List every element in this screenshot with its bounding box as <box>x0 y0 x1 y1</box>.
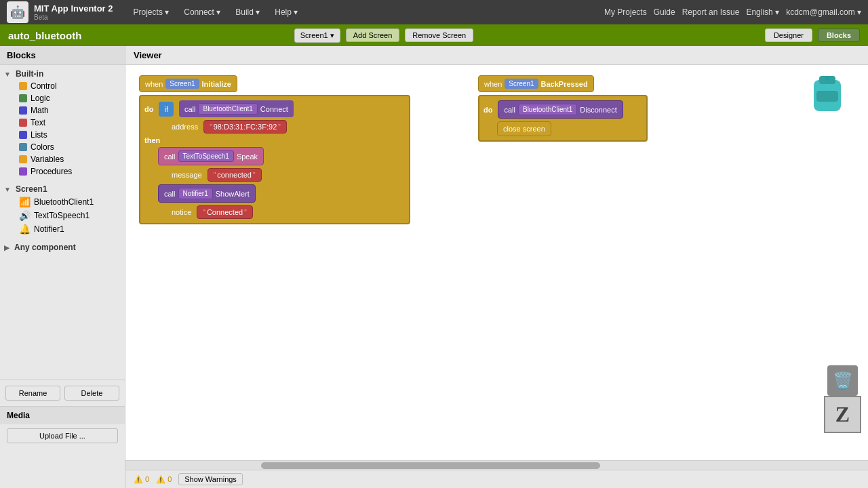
any-component-header[interactable]: ▶ Any component <box>0 241 125 253</box>
call2-block[interactable]: call TextToSpeech1 Speak <box>158 147 264 165</box>
my-projects-link[interactable]: My Projects <box>604 7 647 17</box>
any-component-section: ▶ Any component <box>0 239 125 256</box>
warning-indicator: ⚠️ 0 <box>134 475 149 484</box>
z-badge: Z <box>824 396 861 433</box>
bluetooth-icon: 📶 <box>19 197 31 207</box>
address-row: address " 98:D3:31:FC:3F:92 " <box>172 120 405 134</box>
message-string-block[interactable]: " connected " <box>208 168 262 182</box>
tts-icon: 🔊 <box>19 210 31 221</box>
screen-selector[interactable]: Screen1 ▾ <box>294 28 340 43</box>
event2-group: when Screen1 BackPressed do call Bluet <box>478 75 648 142</box>
address-string-block[interactable]: " 98:D3:31:FC:3F:92 " <box>203 120 287 134</box>
text-icon <box>19 119 27 127</box>
built-in-header[interactable]: ▼ Built-in <box>0 68 125 80</box>
blocks-button[interactable]: Blocks <box>818 28 860 42</box>
control-icon <box>19 82 27 90</box>
event2-call1-block[interactable]: call BluetoothClient1 Disconnect <box>498 100 623 119</box>
event2-when-block[interactable]: when Screen1 BackPressed <box>478 75 594 92</box>
event2-screen-pill[interactable]: Screen1 <box>505 79 538 89</box>
event1-do-row: do if call BluetoothClient1 Connect <box>144 100 405 117</box>
logo-area: 🤖 MIT App Inventor 2 Beta <box>7 1 113 23</box>
sidebar-item-math[interactable]: Math <box>0 104 125 117</box>
backpack-icon[interactable] <box>807 72 848 113</box>
help-menu[interactable]: Help ▾ <box>269 5 303 20</box>
close-screen-block[interactable]: close screen <box>497 121 551 136</box>
sidebar-item-lists[interactable]: Lists <box>0 129 125 141</box>
sidebar-item-text[interactable]: Text <box>0 117 125 129</box>
sidebar-item-logic[interactable]: Logic <box>0 92 125 104</box>
built-in-expand[interactable]: ▼ <box>4 70 11 78</box>
sidebar-item-bluetoothclient1[interactable]: 📶 BluetoothClient1 <box>0 195 125 209</box>
screen1-header[interactable]: ▼ Screen1 <box>0 183 125 195</box>
call3-block[interactable]: call Notifier1 ShowAlert <box>158 184 256 203</box>
lists-icon <box>19 131 27 139</box>
sidebar-item-notifier1[interactable]: 🔔 Notifier1 <box>0 222 125 236</box>
media-header: Media <box>0 406 125 424</box>
event2-header-row: when Screen1 BackPressed <box>478 75 648 92</box>
message-row: message " connected " <box>172 168 405 182</box>
built-in-section: ▼ Built-in Control Logic Math Text Li <box>0 65 125 180</box>
viewer-canvas[interactable]: when Screen1 Initialize do if <box>125 65 868 460</box>
error-icon: ⚠️ <box>156 475 165 484</box>
notice-string-block[interactable]: " Connected " <box>197 205 252 219</box>
svg-rect-2 <box>816 91 838 102</box>
projects-menu[interactable]: Projects ▾ <box>128 5 175 20</box>
screen1-section: ▼ Screen1 📶 BluetoothClient1 🔊 TextToSpe… <box>0 180 125 239</box>
call3-row: call Notifier1 ShowAlert <box>158 184 405 203</box>
if-block[interactable]: if <box>159 102 174 117</box>
sidebar-item-procedures[interactable]: Procedures <box>0 165 125 178</box>
viewer-header: Viewer <box>125 46 868 65</box>
call1-block[interactable]: call BluetoothClient1 Connect <box>179 100 294 117</box>
blocks-header: Blocks <box>0 46 125 65</box>
sidebar-item-colors[interactable]: Colors <box>0 141 125 153</box>
scrollbar-thumb[interactable] <box>261 462 600 469</box>
call3-component[interactable]: Notifier1 <box>178 188 213 199</box>
event1-group: when Screen1 Initialize do if <box>139 75 410 224</box>
sidebar-bottom: Rename Delete <box>0 380 125 406</box>
sidebar-item-variables[interactable]: Variables <box>0 153 125 165</box>
event1-when-block[interactable]: when Screen1 Initialize <box>139 75 237 92</box>
show-warnings-button[interactable]: Show Warnings <box>178 473 243 485</box>
screen1-expand[interactable]: ▼ <box>4 186 11 193</box>
event1-screen-pill[interactable]: Screen1 <box>165 79 199 89</box>
designer-button[interactable]: Designer <box>765 28 812 42</box>
event2-call1-row: do call BluetoothClient1 Disconnect <box>484 100 642 119</box>
call1-component[interactable]: BluetoothClient1 <box>198 103 257 115</box>
topbar: 🤖 MIT App Inventor 2 Beta Projects ▾ Con… <box>0 0 868 24</box>
horizontal-scrollbar[interactable] <box>125 460 868 470</box>
logic-icon <box>19 94 27 102</box>
upload-file-button[interactable]: Upload File ... <box>7 428 118 443</box>
then-row: then <box>144 136 405 144</box>
svg-point-3 <box>825 77 829 81</box>
call2-component[interactable]: TextToSpeech1 <box>178 150 234 162</box>
notice-row: notice " Connected " <box>172 205 405 219</box>
any-comp-expand[interactable]: ▶ <box>4 244 9 251</box>
status-bar: ⚠️ 0 ⚠️ 0 Show Warnings <box>125 470 868 488</box>
app-beta: Beta <box>34 14 113 21</box>
report-link[interactable]: Report an Issue <box>682 7 740 17</box>
sidebar-item-control[interactable]: Control <box>0 80 125 92</box>
viewer: Viewer when Screen1 Initialize <box>125 46 868 488</box>
rename-button[interactable]: Rename <box>5 386 60 401</box>
close-screen-row: close screen <box>497 121 642 136</box>
main-area: Blocks ▼ Built-in Control Logic Math Tex… <box>0 46 868 488</box>
trash-icon[interactable]: 🗑️ <box>827 365 858 396</box>
remove-screen-button[interactable]: Remove Screen <box>405 28 473 42</box>
warning-icon: ⚠️ <box>134 475 143 484</box>
user-menu[interactable]: kcdcm@gmail.com ▾ <box>786 7 861 17</box>
variables-icon <box>19 155 27 163</box>
language-menu[interactable]: English ▾ <box>746 7 779 17</box>
event2-call1-component[interactable]: BluetoothClient1 <box>518 104 577 115</box>
delete-button[interactable]: Delete <box>64 386 119 401</box>
build-menu[interactable]: Build ▾ <box>230 5 265 20</box>
sidebar: Blocks ▼ Built-in Control Logic Math Tex… <box>0 46 125 488</box>
guide-link[interactable]: Guide <box>654 7 675 17</box>
add-screen-button[interactable]: Add Screen <box>346 28 399 42</box>
event1-flow: when Screen1 Initialize do if <box>139 75 410 224</box>
event1-do-container: do if call BluetoothClient1 Connect <box>139 95 410 224</box>
project-bar: auto_bluetooth Screen1 ▾ Add Screen Remo… <box>0 24 868 46</box>
connect-menu[interactable]: Connect ▾ <box>178 5 226 20</box>
colors-icon <box>19 143 27 151</box>
sidebar-item-texttospeech1[interactable]: 🔊 TextToSpeech1 <box>0 209 125 222</box>
event2-do-container: do call BluetoothClient1 Disconnect clos… <box>478 95 648 142</box>
